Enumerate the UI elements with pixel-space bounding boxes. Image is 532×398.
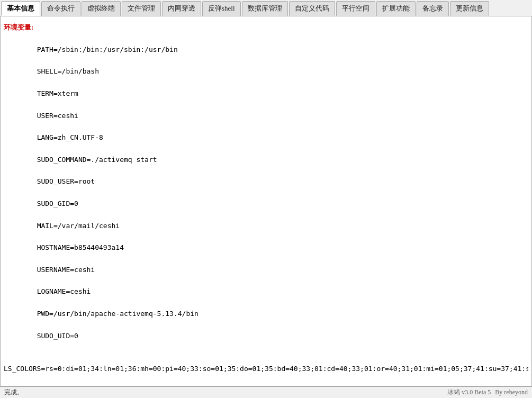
env-ls-colors: LS_COLORS=rs=0:di=01;34:ln=01;36:mh=00:p… xyxy=(4,364,528,375)
env-user: USER=ceshi xyxy=(37,112,78,120)
tab-bar: 基本信息 命令执行 虚拟终端 文件管理 内网穿透 反弹shell 数据库管理 自… xyxy=(0,0,532,16)
tab-db-manage[interactable]: 数据库管理 xyxy=(242,1,288,16)
main-container: 基本信息 命令执行 虚拟终端 文件管理 内网穿透 反弹shell 数据库管理 自… xyxy=(0,0,532,398)
tab-notes[interactable]: 备忘录 xyxy=(417,1,449,16)
env-username: USERNAME=ceshi xyxy=(37,266,95,274)
env-label: 环境变量: xyxy=(4,23,528,32)
status-right: 冰蝎 v3.0 Beta 5 By rebeyond xyxy=(447,388,528,397)
env-sudo-uid: SUDO_UID=0 xyxy=(37,332,78,340)
env-lang: LANG=zh_CN.UTF-8 xyxy=(37,133,103,141)
tab-basic-info[interactable]: 基本信息 xyxy=(1,1,40,16)
author-label: By rebeyond xyxy=(495,388,528,396)
env-sudo-user: SUDO_USER=root xyxy=(37,177,95,185)
status-text: 完成。 xyxy=(4,388,23,397)
env-sudo-cmd: SUDO_COMMAND=./activemq start xyxy=(37,156,157,164)
tab-file-manage[interactable]: 文件管理 xyxy=(122,1,161,16)
env-hostname: HOSTNAME=b85440493a14 xyxy=(37,243,124,251)
status-left: 完成。 xyxy=(4,388,23,397)
env-sudo-gid: SUDO_GID=0 xyxy=(37,200,78,207)
tab-custom-code[interactable]: 自定义代码 xyxy=(289,1,335,16)
tab-parallel-space[interactable]: 平行空间 xyxy=(336,1,375,16)
tab-cmd-exec[interactable]: 命令执行 xyxy=(41,1,80,16)
tab-intranet[interactable]: 内网穿透 xyxy=(162,1,201,16)
env-path: PATH=/sbin:/bin:/usr/sbin:/usr/bin xyxy=(37,46,178,53)
tab-virtual-terminal[interactable]: 虚拟终端 xyxy=(82,1,121,16)
content-area: 环境变量: PATH=/sbin:/bin:/usr/sbin:/usr/bin… xyxy=(0,16,532,386)
env-pwd: PWD=/usr/bin/apache-activemq-5.13.4/bin xyxy=(37,310,199,318)
tab-extend[interactable]: 扩展功能 xyxy=(376,1,416,16)
env-block: PATH=/sbin:/bin:/usr/sbin:/usr/bin SHELL… xyxy=(4,33,528,386)
scroll-area[interactable]: 环境变量: PATH=/sbin:/bin:/usr/sbin:/usr/bin… xyxy=(1,16,531,386)
status-bar: 完成。 冰蝎 v3.0 Beta 5 By rebeyond xyxy=(0,386,532,398)
env-mail: MAIL=/var/mail/ceshi xyxy=(37,222,120,230)
brand-label: 冰蝎 v3.0 Beta 5 xyxy=(447,388,491,397)
env-shell: SHELL=/bin/bash xyxy=(37,67,99,75)
tab-reverse-shell[interactable]: 反弹shell xyxy=(202,1,241,16)
env-term: TERM=xterm xyxy=(37,89,78,97)
tab-update-info[interactable]: 更新信息 xyxy=(450,1,489,16)
env-logname: LOGNAME=ceshi xyxy=(37,287,91,295)
